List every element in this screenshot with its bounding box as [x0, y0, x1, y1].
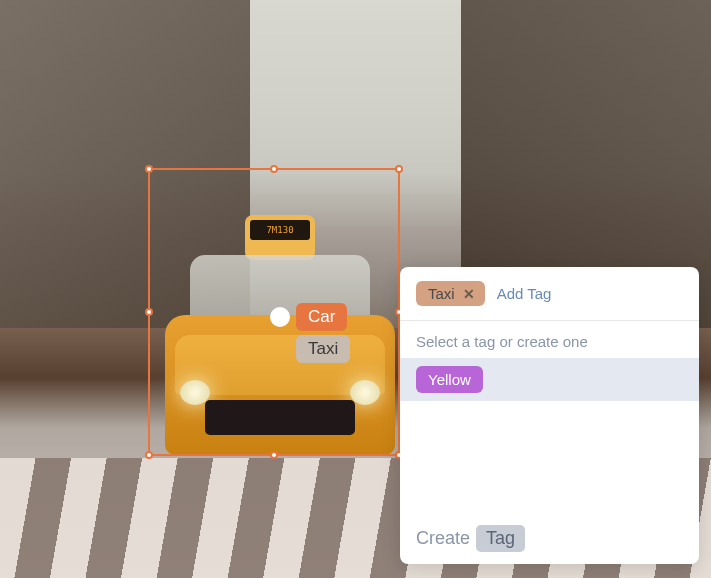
secondary-label[interactable]: Taxi: [296, 335, 350, 363]
remove-tag-icon[interactable]: ✕: [461, 286, 477, 302]
tag-suggestion-yellow[interactable]: Yellow: [416, 366, 483, 393]
tag-suggestions: Yellow: [400, 358, 699, 401]
create-label: Create: [416, 528, 470, 549]
label-marker-icon: [270, 307, 290, 327]
tag-section-label: Select a tag or create one: [400, 321, 699, 358]
add-tag-link[interactable]: Add Tag: [497, 285, 552, 302]
tag-panel-footer: Create Tag: [400, 513, 699, 564]
selected-tag-chip[interactable]: Taxi ✕: [416, 281, 485, 306]
tag-chip-label: Taxi: [428, 285, 455, 302]
tag-panel-header: Taxi ✕ Add Tag: [400, 267, 699, 321]
taxi-sign: 7M130: [250, 220, 310, 240]
primary-label[interactable]: Car: [296, 303, 347, 331]
tag-panel: Taxi ✕ Add Tag Select a tag or create on…: [400, 267, 699, 564]
create-tag-chip[interactable]: Tag: [476, 525, 525, 552]
annotation-labels: Car Taxi: [270, 303, 350, 363]
